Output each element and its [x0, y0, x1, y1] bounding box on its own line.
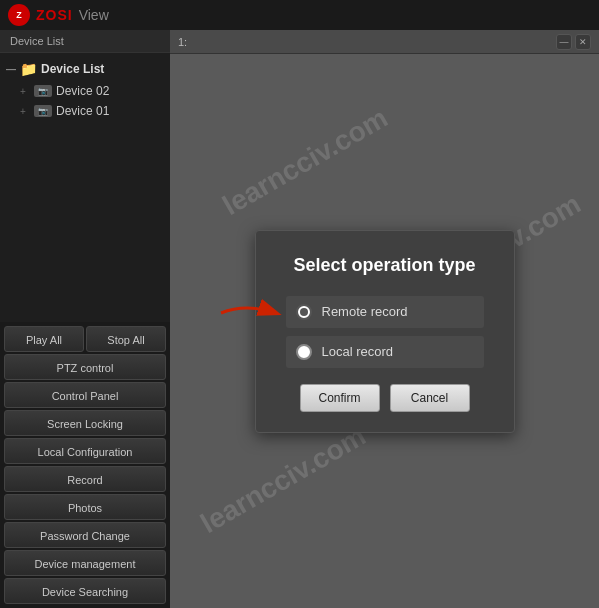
dialog-actions: Confirm Cancel [286, 384, 484, 412]
title-bar: Z ZOSI View [0, 0, 599, 30]
stop-all-button[interactable]: Stop All [86, 326, 166, 352]
arrow-indicator [216, 298, 286, 328]
minimize-button[interactable]: — [556, 34, 572, 50]
app-name: ZOSI [36, 7, 73, 23]
options-container: Remote record Local record [286, 296, 484, 368]
control-panel-button[interactable]: Control Panel [4, 382, 166, 408]
folder-icon: 📁 [20, 61, 37, 77]
remote-record-option[interactable]: Remote record [286, 296, 484, 328]
device-tree: — 📁 Device List + 📷 Device 02 + 📷 Device… [0, 53, 170, 322]
local-record-option[interactable]: Local record [286, 336, 484, 368]
confirm-button[interactable]: Confirm [300, 384, 380, 412]
content-area: 1: — ✕ learncciv.com learncciv.com learn… [170, 30, 599, 608]
camera-icon: 📷 [34, 85, 52, 97]
device-management-button[interactable]: Device management [4, 550, 166, 576]
remote-record-label: Remote record [322, 304, 408, 319]
device-01-item[interactable]: + 📷 Device 01 [0, 101, 170, 121]
screen-locking-button[interactable]: Screen Locking [4, 410, 166, 436]
dialog-title: Select operation type [286, 255, 484, 276]
collapse-icon: — [6, 64, 16, 75]
sidebar-buttons: Play All Stop All PTZ control Control Pa… [0, 322, 170, 608]
dialog-overlay: Select operation type [170, 54, 599, 608]
local-config-button[interactable]: Local Configuration [4, 438, 166, 464]
window-controls: — ✕ [556, 34, 591, 50]
device-01-label: Device 01 [56, 104, 109, 118]
remote-record-radio[interactable] [296, 304, 312, 320]
device-02-item[interactable]: + 📷 Device 02 [0, 81, 170, 101]
close-button[interactable]: ✕ [575, 34, 591, 50]
tree-root-label: Device List [41, 62, 104, 76]
password-change-button[interactable]: Password Change [4, 522, 166, 548]
play-all-button[interactable]: Play All [4, 326, 84, 352]
device-searching-button[interactable]: Device Searching [4, 578, 166, 604]
expand-icon: + [20, 86, 30, 97]
sidebar-header: Device List [0, 30, 170, 53]
content-label: 1: [178, 36, 187, 48]
cancel-button[interactable]: Cancel [390, 384, 470, 412]
record-button[interactable]: Record [4, 466, 166, 492]
app-logo: Z [8, 4, 30, 26]
tree-root[interactable]: — 📁 Device List [0, 57, 170, 81]
local-record-label: Local record [322, 344, 394, 359]
operation-dialog: Select operation type [255, 230, 515, 433]
play-stop-row: Play All Stop All [4, 326, 166, 352]
expand-icon-2: + [20, 106, 30, 117]
main-layout: Device List — 📁 Device List + 📷 Device 0… [0, 30, 599, 608]
content-header: 1: — ✕ [170, 30, 599, 54]
app-subtitle: View [79, 7, 109, 23]
local-record-radio[interactable] [296, 344, 312, 360]
camera-icon-2: 📷 [34, 105, 52, 117]
sidebar: Device List — 📁 Device List + 📷 Device 0… [0, 30, 170, 608]
photos-button[interactable]: Photos [4, 494, 166, 520]
ptz-control-button[interactable]: PTZ control [4, 354, 166, 380]
device-02-label: Device 02 [56, 84, 109, 98]
